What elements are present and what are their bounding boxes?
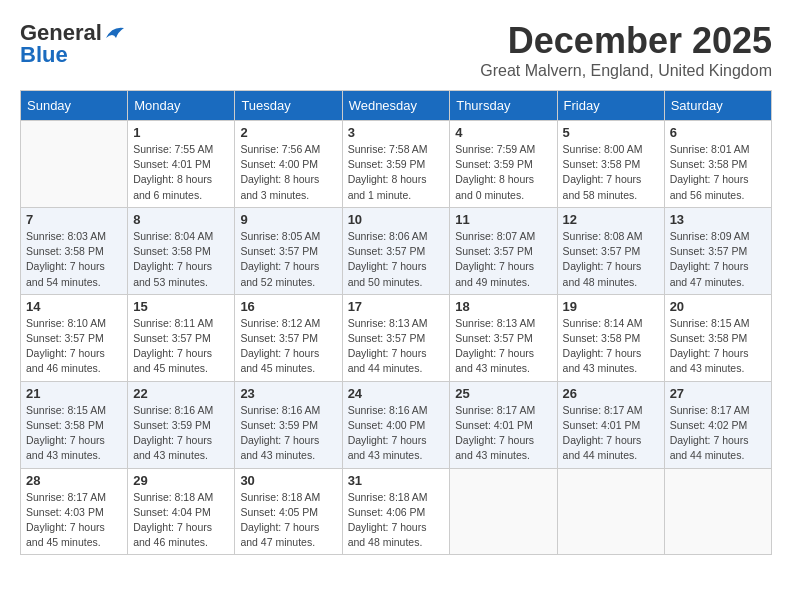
day-cell: 29Sunrise: 8:18 AMSunset: 4:04 PMDayligh… <box>128 468 235 555</box>
day-number: 17 <box>348 299 445 314</box>
day-cell: 21Sunrise: 8:15 AMSunset: 3:58 PMDayligh… <box>21 381 128 468</box>
day-cell: 23Sunrise: 8:16 AMSunset: 3:59 PMDayligh… <box>235 381 342 468</box>
day-info: Sunrise: 8:14 AMSunset: 3:58 PMDaylight:… <box>563 316 659 377</box>
day-cell: 20Sunrise: 8:15 AMSunset: 3:58 PMDayligh… <box>664 294 771 381</box>
day-number: 1 <box>133 125 229 140</box>
location: Great Malvern, England, United Kingdom <box>480 62 772 80</box>
day-number: 24 <box>348 386 445 401</box>
day-cell: 22Sunrise: 8:16 AMSunset: 3:59 PMDayligh… <box>128 381 235 468</box>
day-info: Sunrise: 8:08 AMSunset: 3:57 PMDaylight:… <box>563 229 659 290</box>
day-cell <box>664 468 771 555</box>
day-number: 5 <box>563 125 659 140</box>
day-info: Sunrise: 8:13 AMSunset: 3:57 PMDaylight:… <box>455 316 551 377</box>
week-row-3: 14Sunrise: 8:10 AMSunset: 3:57 PMDayligh… <box>21 294 772 381</box>
day-info: Sunrise: 8:17 AMSunset: 4:01 PMDaylight:… <box>563 403 659 464</box>
day-info: Sunrise: 7:56 AMSunset: 4:00 PMDaylight:… <box>240 142 336 203</box>
day-info: Sunrise: 7:55 AMSunset: 4:01 PMDaylight:… <box>133 142 229 203</box>
logo-blue: Blue <box>20 42 68 68</box>
day-cell: 6Sunrise: 8:01 AMSunset: 3:58 PMDaylight… <box>664 121 771 208</box>
day-cell <box>21 121 128 208</box>
day-number: 14 <box>26 299 122 314</box>
title-block: December 2025 Great Malvern, England, Un… <box>480 20 772 80</box>
day-number: 25 <box>455 386 551 401</box>
day-info: Sunrise: 8:07 AMSunset: 3:57 PMDaylight:… <box>455 229 551 290</box>
day-info: Sunrise: 8:00 AMSunset: 3:58 PMDaylight:… <box>563 142 659 203</box>
day-cell: 15Sunrise: 8:11 AMSunset: 3:57 PMDayligh… <box>128 294 235 381</box>
day-cell: 1Sunrise: 7:55 AMSunset: 4:01 PMDaylight… <box>128 121 235 208</box>
day-cell: 11Sunrise: 8:07 AMSunset: 3:57 PMDayligh… <box>450 207 557 294</box>
day-info: Sunrise: 7:58 AMSunset: 3:59 PMDaylight:… <box>348 142 445 203</box>
day-number: 2 <box>240 125 336 140</box>
day-number: 4 <box>455 125 551 140</box>
day-number: 19 <box>563 299 659 314</box>
week-row-5: 28Sunrise: 8:17 AMSunset: 4:03 PMDayligh… <box>21 468 772 555</box>
day-number: 3 <box>348 125 445 140</box>
day-cell: 10Sunrise: 8:06 AMSunset: 3:57 PMDayligh… <box>342 207 450 294</box>
day-cell: 17Sunrise: 8:13 AMSunset: 3:57 PMDayligh… <box>342 294 450 381</box>
day-cell: 9Sunrise: 8:05 AMSunset: 3:57 PMDaylight… <box>235 207 342 294</box>
day-number: 11 <box>455 212 551 227</box>
logo: General Blue <box>20 20 126 68</box>
header-cell-monday: Monday <box>128 91 235 121</box>
day-number: 12 <box>563 212 659 227</box>
day-info: Sunrise: 8:16 AMSunset: 3:59 PMDaylight:… <box>240 403 336 464</box>
day-cell: 18Sunrise: 8:13 AMSunset: 3:57 PMDayligh… <box>450 294 557 381</box>
day-info: Sunrise: 8:15 AMSunset: 3:58 PMDaylight:… <box>26 403 122 464</box>
day-info: Sunrise: 8:01 AMSunset: 3:58 PMDaylight:… <box>670 142 766 203</box>
day-cell: 24Sunrise: 8:16 AMSunset: 4:00 PMDayligh… <box>342 381 450 468</box>
day-info: Sunrise: 8:13 AMSunset: 3:57 PMDaylight:… <box>348 316 445 377</box>
day-cell: 13Sunrise: 8:09 AMSunset: 3:57 PMDayligh… <box>664 207 771 294</box>
day-info: Sunrise: 8:11 AMSunset: 3:57 PMDaylight:… <box>133 316 229 377</box>
day-cell: 2Sunrise: 7:56 AMSunset: 4:00 PMDaylight… <box>235 121 342 208</box>
day-number: 22 <box>133 386 229 401</box>
day-number: 23 <box>240 386 336 401</box>
header-cell-thursday: Thursday <box>450 91 557 121</box>
day-cell: 14Sunrise: 8:10 AMSunset: 3:57 PMDayligh… <box>21 294 128 381</box>
day-cell: 3Sunrise: 7:58 AMSunset: 3:59 PMDaylight… <box>342 121 450 208</box>
day-info: Sunrise: 8:04 AMSunset: 3:58 PMDaylight:… <box>133 229 229 290</box>
header-cell-wednesday: Wednesday <box>342 91 450 121</box>
day-info: Sunrise: 8:05 AMSunset: 3:57 PMDaylight:… <box>240 229 336 290</box>
day-number: 28 <box>26 473 122 488</box>
day-cell: 12Sunrise: 8:08 AMSunset: 3:57 PMDayligh… <box>557 207 664 294</box>
day-info: Sunrise: 8:16 AMSunset: 3:59 PMDaylight:… <box>133 403 229 464</box>
day-info: Sunrise: 8:15 AMSunset: 3:58 PMDaylight:… <box>670 316 766 377</box>
header-cell-saturday: Saturday <box>664 91 771 121</box>
day-cell: 27Sunrise: 8:17 AMSunset: 4:02 PMDayligh… <box>664 381 771 468</box>
day-info: Sunrise: 8:17 AMSunset: 4:03 PMDaylight:… <box>26 490 122 551</box>
header-row: SundayMondayTuesdayWednesdayThursdayFrid… <box>21 91 772 121</box>
day-number: 6 <box>670 125 766 140</box>
day-info: Sunrise: 8:12 AMSunset: 3:57 PMDaylight:… <box>240 316 336 377</box>
day-info: Sunrise: 8:17 AMSunset: 4:02 PMDaylight:… <box>670 403 766 464</box>
day-cell: 25Sunrise: 8:17 AMSunset: 4:01 PMDayligh… <box>450 381 557 468</box>
day-number: 31 <box>348 473 445 488</box>
calendar-table: SundayMondayTuesdayWednesdayThursdayFrid… <box>20 90 772 555</box>
day-info: Sunrise: 8:18 AMSunset: 4:05 PMDaylight:… <box>240 490 336 551</box>
header-cell-friday: Friday <box>557 91 664 121</box>
header-cell-sunday: Sunday <box>21 91 128 121</box>
day-number: 21 <box>26 386 122 401</box>
day-cell: 19Sunrise: 8:14 AMSunset: 3:58 PMDayligh… <box>557 294 664 381</box>
day-cell: 26Sunrise: 8:17 AMSunset: 4:01 PMDayligh… <box>557 381 664 468</box>
day-cell: 7Sunrise: 8:03 AMSunset: 3:58 PMDaylight… <box>21 207 128 294</box>
day-number: 15 <box>133 299 229 314</box>
day-cell: 31Sunrise: 8:18 AMSunset: 4:06 PMDayligh… <box>342 468 450 555</box>
day-number: 20 <box>670 299 766 314</box>
day-number: 9 <box>240 212 336 227</box>
day-cell: 8Sunrise: 8:04 AMSunset: 3:58 PMDaylight… <box>128 207 235 294</box>
day-number: 7 <box>26 212 122 227</box>
week-row-1: 1Sunrise: 7:55 AMSunset: 4:01 PMDaylight… <box>21 121 772 208</box>
day-info: Sunrise: 7:59 AMSunset: 3:59 PMDaylight:… <box>455 142 551 203</box>
day-cell <box>557 468 664 555</box>
day-info: Sunrise: 8:16 AMSunset: 4:00 PMDaylight:… <box>348 403 445 464</box>
month-title: December 2025 <box>480 20 772 62</box>
week-row-4: 21Sunrise: 8:15 AMSunset: 3:58 PMDayligh… <box>21 381 772 468</box>
day-cell <box>450 468 557 555</box>
day-info: Sunrise: 8:06 AMSunset: 3:57 PMDaylight:… <box>348 229 445 290</box>
day-info: Sunrise: 8:17 AMSunset: 4:01 PMDaylight:… <box>455 403 551 464</box>
day-cell: 28Sunrise: 8:17 AMSunset: 4:03 PMDayligh… <box>21 468 128 555</box>
day-info: Sunrise: 8:18 AMSunset: 4:04 PMDaylight:… <box>133 490 229 551</box>
day-number: 16 <box>240 299 336 314</box>
header-cell-tuesday: Tuesday <box>235 91 342 121</box>
week-row-2: 7Sunrise: 8:03 AMSunset: 3:58 PMDaylight… <box>21 207 772 294</box>
